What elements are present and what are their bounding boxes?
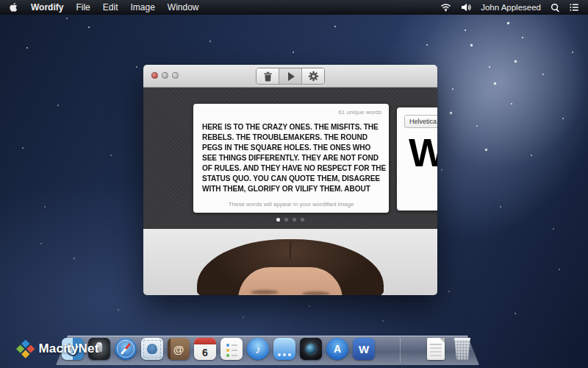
wifi-icon[interactable] [440, 3, 451, 12]
calendar-icon: 6 [194, 338, 216, 360]
carousel-pager [143, 218, 437, 222]
font-preview-letter: W [409, 132, 437, 172]
document-icon [427, 338, 445, 360]
dock-icons: 6 [65, 338, 470, 360]
menu-bar: Wordify File Edit Image Window John Appl… [0, 0, 588, 15]
messages-icon [273, 338, 295, 360]
zoom-button[interactable] [172, 72, 179, 79]
delete-button[interactable] [257, 68, 279, 84]
words-card[interactable]: 61 unique words HERE IS TO THE CRAZY ONE… [193, 104, 389, 213]
wallpaper-glow [412, 0, 588, 169]
apple-menu[interactable] [9, 2, 18, 13]
play-icon [288, 72, 295, 81]
toolbar-segmented-control [256, 68, 325, 85]
pager-dot-1[interactable] [276, 218, 280, 222]
carousel-area: 61 unique words HERE IS TO THE CRAZY ONE… [143, 88, 437, 229]
dock-item-document[interactable] [425, 338, 447, 360]
user-menu[interactable]: John Appleseed [481, 3, 541, 12]
dock-item-trash[interactable] [451, 338, 473, 360]
window-titlebar[interactable] [143, 65, 437, 88]
pager-dot-4[interactable] [301, 218, 304, 222]
pager-dot-3[interactable] [293, 218, 296, 222]
dock-item-mail[interactable] [141, 338, 163, 360]
unique-words-label: 61 unique words [338, 109, 381, 116]
notification-center-icon[interactable] [570, 3, 579, 12]
source-photo [143, 229, 437, 295]
menu-bar-status-area: John Appleseed [440, 3, 579, 13]
macitynet-logo-icon [16, 340, 35, 358]
dock-item-app-store[interactable] [326, 338, 348, 360]
dock-item-safari[interactable] [115, 338, 137, 360]
spotlight-icon[interactable] [551, 3, 560, 13]
pager-dot-2[interactable] [284, 218, 288, 222]
menu-image[interactable]: Image [130, 2, 154, 13]
desktop: Wordify File Edit Image Window John Appl… [0, 0, 588, 368]
dock-item-reminders[interactable] [220, 338, 243, 360]
dock-divider [379, 338, 420, 360]
dock-item-contacts[interactable] [168, 338, 190, 360]
gear-icon [308, 71, 319, 82]
wordify-window: 61 unique words HERE IS TO THE CRAZY ONE… [143, 65, 437, 295]
photo-booth-icon [300, 338, 322, 360]
calendar-icon-header [194, 338, 216, 344]
menu-edit[interactable]: Edit [103, 2, 118, 13]
menu-window[interactable]: Window [168, 2, 199, 13]
menu-file[interactable]: File [76, 2, 90, 13]
calendar-day: 6 [194, 344, 216, 360]
style-card[interactable]: Helvetica... W [397, 107, 437, 210]
contacts-icon [168, 338, 190, 360]
mail-icon [141, 338, 163, 360]
reminders-icon [220, 338, 243, 360]
trash-basket-icon [453, 338, 472, 360]
traffic-lights [151, 72, 179, 79]
play-button[interactable] [279, 68, 302, 84]
volume-icon[interactable] [461, 3, 471, 12]
font-select[interactable]: Helvetica... [404, 115, 437, 128]
dock-item-messages[interactable] [273, 338, 295, 360]
app-store-icon [326, 338, 348, 360]
itunes-icon [247, 338, 269, 360]
safari-icon [115, 338, 137, 360]
words-text[interactable]: HERE IS TO THE CRAZY ONES. THE MISFITS. … [202, 121, 386, 194]
settings-button[interactable] [302, 68, 324, 84]
photo-subject-brows [251, 290, 279, 294]
dock-item-itunes[interactable] [247, 338, 269, 360]
word-icon [353, 338, 375, 360]
dock: 6 [65, 333, 470, 362]
words-caption: These words will appear in your wordifie… [193, 201, 389, 208]
menu-bar-left: Wordify File Edit Image Window [9, 2, 199, 13]
app-menu-title[interactable]: Wordify [31, 2, 63, 13]
dock-item-word[interactable] [353, 338, 375, 360]
trash-icon [263, 71, 273, 82]
close-button[interactable] [151, 72, 158, 79]
minimize-button[interactable] [162, 72, 168, 79]
font-select-value: Helvetica... [409, 118, 437, 125]
watermark-text: MacityNet [39, 342, 99, 356]
dock-item-photo-booth[interactable] [300, 338, 322, 360]
apple-logo-icon [9, 2, 18, 13]
dock-item-calendar[interactable]: 6 [194, 338, 216, 360]
watermark: MacityNet [19, 342, 99, 356]
